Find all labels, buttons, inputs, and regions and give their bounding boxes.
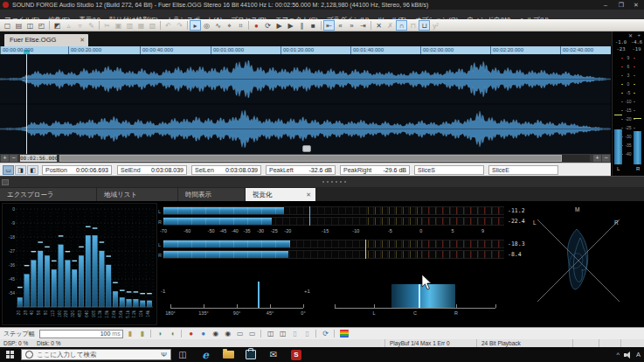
- window-style-icon[interactable]: ▭: [235, 329, 246, 338]
- snap-icon[interactable]: ∩: [396, 20, 407, 31]
- edit-tool-icon[interactable]: ▸: [190, 20, 201, 31]
- envelope-tool-icon[interactable]: ∿: [212, 20, 224, 31]
- store-button[interactable]: [239, 347, 262, 362]
- rewind-icon[interactable]: «: [335, 20, 346, 31]
- soundforge-taskbar-button[interactable]: S: [285, 347, 308, 362]
- zoom-level-button[interactable]: ◧: [27, 165, 38, 175]
- dock-tab-1[interactable]: 地域リスト: [97, 188, 177, 201]
- sphere-icon[interactable]: ●: [198, 329, 209, 338]
- move-up-icon[interactable]: ▵: [63, 20, 74, 31]
- zoom-time-button[interactable]: ◨: [15, 165, 26, 175]
- new-file-icon[interactable]: ▢: [2, 20, 13, 31]
- mail-button[interactable]: ✉: [262, 347, 285, 362]
- forward-icon[interactable]: »: [346, 20, 357, 31]
- event-tool-icon[interactable]: ⌗: [235, 20, 246, 31]
- dock-splitter[interactable]: [0, 176, 644, 187]
- status-field-sellen[interactable]: SelLen0:03:08.039: [191, 165, 261, 175]
- meter-style-icon[interactable]: ◫: [266, 329, 276, 338]
- edit-info-icon[interactable]: ✎: [86, 20, 97, 31]
- d splitter-menu-icon[interactable]: [2, 179, 9, 185]
- record-icon[interactable]: ●: [251, 20, 262, 31]
- dock-tab-close-icon[interactable]: ✕: [306, 188, 311, 201]
- status-field-peakright[interactable]: PeakRight-29.6 dB: [340, 165, 410, 175]
- dock-tab-0[interactable]: エクスプローラ: [0, 188, 96, 201]
- auto-ripple-icon[interactable]: y²: [430, 20, 441, 31]
- open-file-icon[interactable]: ▤: [13, 20, 24, 31]
- refresh-icon[interactable]: ⟳: [321, 329, 331, 338]
- dock-tab-3[interactable]: 視覚化✕: [246, 188, 315, 201]
- cut-icon[interactable]: ✂: [101, 20, 113, 31]
- trim-icon[interactable]: ▧: [147, 20, 158, 31]
- center-drag-handle[interactable]: [302, 145, 311, 152]
- splitter-grip[interactable]: [322, 181, 349, 183]
- play-all-icon[interactable]: ▶: [274, 20, 285, 31]
- meter-style2-icon[interactable]: ◫: [278, 329, 288, 338]
- go-to-end-icon[interactable]: ⇥: [357, 20, 369, 31]
- scrollbar-thumb[interactable]: [59, 155, 562, 162]
- move-down-icon[interactable]: ▿: [74, 20, 86, 31]
- record-meter-icon[interactable]: ●: [186, 329, 197, 338]
- loop-region-icon[interactable]: ◗: [156, 329, 166, 338]
- status-field-position[interactable]: Position0:00:06.693: [42, 165, 112, 175]
- zoom-in-button[interactable]: +: [1, 155, 9, 162]
- status-field-slices[interactable]: SliceS: [414, 165, 484, 175]
- save-icon[interactable]: ◫: [24, 20, 36, 31]
- edge-button[interactable]: e: [194, 347, 217, 362]
- paste-icon[interactable]: ▥: [124, 20, 135, 31]
- play-icon[interactable]: ▶: [285, 20, 296, 31]
- zoom-in2-button[interactable]: +: [593, 155, 601, 162]
- waveform-view[interactable]: [0, 54, 611, 154]
- volume-icon[interactable]: [624, 352, 632, 359]
- playback-cursor[interactable]: [26, 54, 27, 154]
- status-field-selend[interactable]: SelEnd0:03:08.039: [117, 165, 187, 175]
- zoom-out-button[interactable]: −: [10, 155, 17, 162]
- start-button[interactable]: [6, 351, 14, 359]
- undo-icon[interactable]: ↶: [163, 20, 174, 31]
- eye2-icon[interactable]: ◉: [223, 329, 233, 338]
- stop-icon[interactable]: ■: [308, 20, 319, 31]
- tray-chevron-icon[interactable]: ^: [616, 351, 620, 359]
- file-explorer-button[interactable]: [217, 347, 239, 362]
- meter-close-button[interactable]: ✕: [628, 32, 633, 38]
- window-style2-icon[interactable]: ▭: [247, 329, 258, 338]
- status-field-slicee[interactable]: SliceE: [488, 165, 558, 175]
- go-to-start-icon[interactable]: ⇤: [323, 20, 335, 31]
- document-tab[interactable]: Fuer Elise.OGG ✕: [4, 34, 88, 46]
- rainbow-levels-icon[interactable]: [340, 330, 349, 338]
- mix-icon[interactable]: ▦: [135, 20, 147, 31]
- pause-icon[interactable]: ∥: [296, 20, 308, 31]
- marker-style-icon[interactable]: ▮: [125, 329, 135, 338]
- task-view-button[interactable]: ◫: [171, 347, 194, 362]
- properties-icon[interactable]: ◩: [52, 20, 63, 31]
- render-as-icon[interactable]: ◰: [36, 20, 47, 31]
- zoom-out2-button[interactable]: −: [602, 155, 610, 162]
- step-width-input[interactable]: 100 ms: [39, 330, 123, 338]
- microphone-icon[interactable]: Ψ: [161, 351, 167, 359]
- close-button[interactable]: ✕: [629, 0, 643, 10]
- clear-selection-icon[interactable]: ✗: [384, 20, 396, 31]
- fit-view-button[interactable]: ▭: [3, 165, 14, 175]
- disabled-style2-icon[interactable]: ▯: [302, 329, 313, 338]
- maximize-button[interactable]: ❐: [614, 0, 628, 10]
- redo-icon[interactable]: ↷: [174, 20, 185, 31]
- minimize-button[interactable]: –: [599, 0, 613, 10]
- group-icon[interactable]: ⊓: [407, 20, 419, 31]
- magnify-tool-icon[interactable]: ◎: [201, 20, 212, 31]
- loop-region2-icon[interactable]: ◖: [168, 329, 178, 338]
- document-tab-close-icon[interactable]: ✕: [80, 34, 85, 46]
- time-ruler[interactable]: 00:00:00.00000:00:20.00000:00:40.00000:0…: [0, 46, 611, 54]
- ime-indicator[interactable]: A: [636, 351, 641, 359]
- status-field-peakleft[interactable]: PeakLeft-32.6 dB: [266, 165, 336, 175]
- loop-playback-icon[interactable]: ⟳: [262, 20, 274, 31]
- disabled-style-icon[interactable]: ▯: [290, 329, 301, 338]
- cut-selection-icon[interactable]: ✕: [373, 20, 384, 31]
- horizontal-scrollbar[interactable]: [59, 155, 590, 162]
- region-style-icon[interactable]: ▮: [137, 329, 148, 338]
- taskbar-search-box[interactable]: ここに入力して検索 Ψ: [21, 349, 171, 360]
- eye-icon[interactable]: ◉: [211, 329, 221, 338]
- lock-icon[interactable]: ⊔: [419, 20, 430, 31]
- meter-menu-button[interactable]: +: [637, 32, 641, 38]
- copy-icon[interactable]: ▣: [113, 20, 124, 31]
- marker-tool-icon[interactable]: ⌖: [224, 20, 235, 31]
- dock-tab-2[interactable]: 時間表示: [178, 188, 245, 201]
